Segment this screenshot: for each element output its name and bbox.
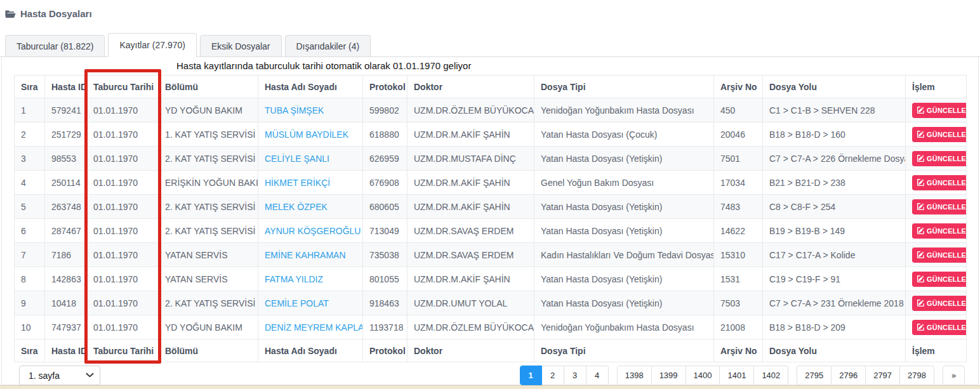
cell-dosya-tipi: Yatan Hasta Dosyası (Yetişkin) [534,147,714,171]
guncelle-label: GÜNCELLE [927,155,966,162]
pagination-page-button[interactable]: 1400 [686,366,720,385]
guncelle-button[interactable]: GÜNCELLE [912,175,967,190]
cell-sira: 5 [15,195,45,219]
guncelle-button[interactable]: GÜNCELLE [912,151,967,166]
cell-protokol: 918463 [363,291,407,315]
tab-4[interactable]: Dışarıdakiler (4) [285,35,371,57]
tab-3[interactable]: Eksik Dosyalar [200,35,282,57]
pagination-page-button[interactable]: 1401 [720,366,754,385]
cell-doktor: UZM.DR.M.AKİF ŞAHİN [407,267,534,291]
cell-hasta-adi: AYNUR KÖŞGEROĞLU [258,219,363,243]
table-row: 9 10418 01.01.1970 2. KAT YATIŞ SERVİSİ … [15,291,967,315]
cell-taburcu-tarihi: 01.01.1970 [87,243,159,267]
cell-sira: 3 [15,147,45,171]
tab-1[interactable]: Taburcular (81.822) [5,35,105,57]
tab-2[interactable]: Kayıtlar (27.970) [108,33,197,57]
guncelle-label: GÜNCELLE [927,107,966,114]
tab-label: Dışarıdakiler (4) [296,41,360,51]
cell-dosya-tipi: Yenidoğan Yoğunbakım Hasta Dosyası [534,98,714,122]
patient-name-link[interactable]: MÜSLÜM BAYDİLEK [265,129,348,140]
pagination-page-button[interactable]: 1 [520,366,542,385]
cell-dosya-yolu: C8 > C8-F > 254 [763,195,906,219]
pagination-page-button[interactable]: 3 [564,366,586,385]
guncelle-button[interactable]: GÜNCELLE [912,223,967,239]
column-header: Hasta ID [45,76,87,98]
cell-protokol: 618880 [363,122,407,147]
cell-hasta-id: 579241 [45,98,87,122]
cell-hasta-id: 263748 [45,195,87,219]
column-header: Doktor [407,340,534,362]
cell-dosya-yolu: C19 > C19-F > 91 [763,267,906,291]
patient-name-link[interactable]: AYNUR KÖŞGEROĞLU [265,226,361,236]
pagination-page-button[interactable]: 1402 [754,366,788,385]
cell-bolumu: 2. KAT YATIŞ SERVİSİ [159,291,258,315]
table-row: 7 7186 01.01.1970 YATAN SERVİS EMİNE KAH… [15,243,967,267]
guncelle-label: GÜNCELLE [927,179,966,187]
patient-name-link[interactable]: FATMA YILDIZ [265,274,323,284]
cell-arsiv-no: 17034 [714,171,763,195]
cell-protokol: 626959 [363,147,407,171]
cell-taburcu-tarihi: 01.01.1970 [87,291,159,315]
edit-icon [917,300,924,307]
column-header: Dosya Tipi [534,76,714,98]
guncelle-button[interactable]: GÜNCELLE [912,320,967,335]
guncelle-button[interactable]: GÜNCELLE [912,199,967,214]
cell-taburcu-tarihi: 01.01.1970 [87,195,159,219]
pagination-page-button[interactable]: 1399 [652,366,686,385]
cell-taburcu-tarihi: 01.01.1970 [87,267,159,291]
edit-icon [917,203,924,210]
pagination-page-button[interactable]: 2796 [831,366,866,385]
cell-bolumu: 2. KAT YATIŞ SERVİSİ [159,195,258,219]
column-header: Sıra [15,76,45,98]
pagination-page-button[interactable]: 2798 [900,366,934,385]
pagination-page-button[interactable]: 2797 [866,366,900,385]
column-header: Protokol [363,76,407,98]
patient-name-link[interactable]: CEMİLE POLAT [265,298,329,308]
cell-doktor: UZM.DR.SAVAŞ ERDEM [407,243,534,267]
cell-bolumu: YATAN SERVİS [159,243,258,267]
cell-hasta-id: 10418 [45,291,87,315]
cell-islem: GÜNCELLE [906,243,967,267]
pagination-page-button[interactable]: 2 [542,366,564,385]
cell-arsiv-no: 21008 [714,315,763,340]
patient-name-link[interactable]: MELEK ÖZPEK [265,202,328,212]
patient-name-link[interactable]: DENİZ MEYREM KAPLAN [265,322,363,333]
table-row: 1 579241 01.01.1970 YD YOĞUN BAKIM TUBA … [15,98,967,122]
cell-dosya-tipi: Yatan Hasta Dosyası (Yetişkin) [534,219,714,243]
column-header: Bölümü [159,76,258,98]
patient-name-link[interactable]: CELİYLE ŞANLI [265,154,329,164]
column-header: İşlem [906,340,967,362]
pagination-page-button[interactable]: 4 [586,366,609,385]
cell-doktor: UZM.DR.ÖZLEM BÜYÜKOCAK [407,315,534,340]
edit-icon [917,227,924,234]
tab-bar: Taburcular (81.822) Kayıtlar (27.970) Ek… [0,34,980,57]
cell-protokol: 801055 [363,267,407,291]
cell-taburcu-tarihi: 01.01.1970 [87,315,159,340]
column-header: Bölümü [159,340,258,362]
patient-name-link[interactable]: HİKMET ERİKÇİ [265,178,330,188]
guncelle-button[interactable]: GÜNCELLE [912,296,967,311]
pagination-next-button[interactable]: » [943,366,965,385]
cell-sira: 7 [15,243,45,267]
cell-taburcu-tarihi: 01.01.1970 [87,219,159,243]
patient-name-link[interactable]: EMİNE KAHRAMAN [265,250,346,260]
cell-bolumu: 1. KAT YATIŞ SERVİSİ [159,122,258,147]
page-title: Hasta Dosyaları [5,8,92,19]
pagination-group: 13981399140014011402 [617,366,789,385]
pagination-page-button[interactable]: 2795 [797,366,831,385]
pagination-group: » [943,366,965,385]
cell-dosya-yolu: C1 > C1-B > SEHVEN 228 [763,98,906,122]
guncelle-button[interactable]: GÜNCELLE [912,272,967,287]
page-title-label: Hasta Dosyaları [20,8,92,19]
edit-icon [917,275,924,282]
guncelle-button[interactable]: GÜNCELLE [912,247,967,263]
cell-arsiv-no: 1531 [714,267,763,291]
table-row: 8 142863 01.01.1970 YATAN SERVİS FATMA Y… [15,267,967,291]
cell-hasta-adi: CELİYLE ŞANLI [258,147,363,171]
page-select[interactable]: 1. sayfa [19,366,100,385]
guncelle-button[interactable]: GÜNCELLE [912,127,967,142]
pagination-page-button[interactable]: 1398 [617,366,652,385]
patient-name-link[interactable]: TUBA ŞİMŞEK [265,105,324,115]
guncelle-button[interactable]: GÜNCELLE [912,103,967,118]
cell-dosya-yolu: B21 > B21-D > 238 [763,171,906,195]
